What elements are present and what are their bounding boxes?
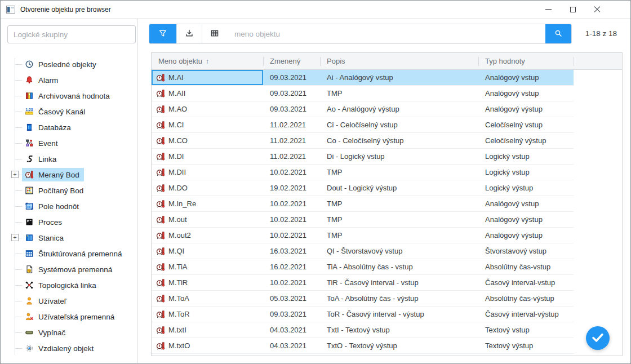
cell-object-name[interactable]: M.TiR	[152, 275, 263, 291]
table-row[interactable]: M.CI11.02.2021Ci - Celočíselný vstupCelo…	[152, 117, 622, 133]
tree-item-label: Event	[38, 139, 58, 148]
table-row[interactable]: M.out210.02.2021TMPAnalógový výstup	[152, 228, 622, 243]
expand-icon[interactable]	[11, 171, 19, 178]
object-name: M.AO	[168, 105, 187, 113]
expand-icon[interactable]	[11, 234, 19, 241]
table-body: M.AI09.03.2021Ai - Analógový vstupAnalóg…	[152, 70, 622, 354]
cell-modified-date: 09.03.2021	[263, 70, 320, 86]
cell-modified-date: 10.02.2021	[263, 196, 320, 212]
table-row[interactable]: M.AI09.03.2021Ai - Analógový vstupAnalóg…	[152, 70, 622, 86]
column-header[interactable]: Zmenený	[263, 53, 320, 69]
table-row[interactable]: M.ToR09.03.2021ToR - Časový interval - v…	[152, 307, 622, 322]
app-icon	[6, 6, 15, 14]
cell-filler	[574, 259, 622, 275]
confirm-button[interactable]	[586, 326, 610, 350]
table-row[interactable]: M.txtO04.03.2021TxtO - Textový výstupTex…	[152, 338, 622, 354]
tree-item-label: Databáza	[38, 123, 71, 132]
table-row[interactable]: M.TiA16.02.2021TiA - Absolútny čas - vst…	[152, 259, 622, 275]
cell-value-type: Analógový vstup	[478, 86, 574, 101]
cell-object-name[interactable]: M.out	[152, 212, 263, 228]
cell-value-type: Analógový vstup	[478, 70, 574, 86]
sidebar: Posledné objektyAlarmArchivovaná hodnota…	[1, 19, 137, 363]
cell-modified-date: 09.03.2021	[263, 101, 320, 117]
table-row[interactable]: M.DI11.02.2021Di - Logický vstupLogický …	[152, 149, 622, 165]
table-row[interactable]: M.AII09.03.2021TMPAnalógový vstup	[152, 86, 622, 101]
tree-item-archivovan-hodnota[interactable]: Archivovaná hodnota	[1, 88, 137, 104]
tree-item-syst-mov-premenn-[interactable]: Systémová premenná	[1, 261, 137, 277]
cell-object-name[interactable]: M.AO	[152, 101, 263, 117]
tree-item-topologick-linka[interactable]: Topologická linka	[1, 277, 137, 293]
table-row[interactable]: M.In_Re10.02.2021TMPAnalógový vstup	[152, 196, 622, 212]
cell-object-name[interactable]: M.AII	[152, 86, 263, 101]
tree-item-po-tan-bod[interactable]: Počítaný Bod	[1, 183, 137, 198]
column-header[interactable]: Meno objektu↑	[152, 53, 263, 69]
tree-item-proces[interactable]: Proces	[1, 214, 137, 230]
cell-description: TMP	[320, 212, 478, 228]
measured-point-icon	[156, 326, 165, 335]
tree-item-vyp-na-[interactable]: Vypínač	[1, 325, 137, 340]
object-name: M.txtI	[168, 326, 186, 334]
result-counter: 1-18 z 18	[585, 24, 617, 44]
cell-value-type: Absolútny čas-výstup	[478, 291, 574, 307]
table-row[interactable]: M.out10.02.2021TMPAnalógový výstup	[152, 212, 622, 228]
cell-object-name[interactable]: M.In_Re	[152, 196, 263, 212]
tree-item-posledn-objekty[interactable]: Posledné objekty	[1, 56, 137, 72]
cell-object-name[interactable]: M.out2	[152, 228, 263, 243]
column-header[interactable]: Popis	[320, 53, 478, 69]
table-row[interactable]: M.DII10.02.2021TMPLogický vstup	[152, 165, 622, 180]
minimize-button[interactable]	[536, 1, 561, 18]
tree-item-stanica[interactable]: Stanica	[1, 230, 137, 246]
cell-object-name[interactable]: M.TiA	[152, 259, 263, 275]
tree-item-u-vate-[interactable]: Užívateľ	[1, 293, 137, 309]
cell-filler	[574, 165, 622, 180]
cell-object-name[interactable]: M.AI	[152, 70, 263, 86]
table-row[interactable]: M.DO19.02.2021Dout - Logický výstupLogic…	[152, 180, 622, 196]
columns-button[interactable]	[202, 24, 227, 43]
logical-groups-input[interactable]	[7, 25, 136, 43]
tree-item-pole-hodn-t[interactable]: Pole hodnôt	[1, 198, 137, 214]
maximize-button[interactable]	[561, 1, 585, 18]
cell-object-name[interactable]: M.DI	[152, 149, 263, 165]
column-header[interactable]: Typ hodnoty	[478, 53, 574, 69]
measured-point-icon	[156, 247, 165, 256]
table-row[interactable]: M.AO09.03.2021Ao - Analógový výstupAnaló…	[152, 101, 622, 117]
cell-object-name[interactable]: M.ToR	[152, 307, 263, 322]
table-row[interactable]: M.CO11.02.2021Co - Celočíselný výstupCel…	[152, 133, 622, 149]
table-row[interactable]: M.txtI04.03.2021TxtI - Textový vstupText…	[152, 322, 622, 338]
table-row[interactable]: M.TiR10.02.2021TiR - Časový interval - v…	[152, 275, 622, 291]
table-header: Meno objektu↑ZmenenýPopisTyp hodnoty	[152, 53, 622, 70]
object-name-search-input[interactable]	[227, 24, 545, 43]
table-row[interactable]: M.QI16.03.2021QI - Štvorstavový vstupŠtv…	[152, 243, 622, 259]
cell-object-name[interactable]: M.CI	[152, 117, 263, 133]
cell-object-name[interactable]: M.DII	[152, 165, 263, 180]
cell-value-type: Časový interval-výstup	[478, 307, 574, 322]
search-button[interactable]	[545, 24, 571, 43]
database-icon	[24, 123, 34, 132]
cell-filler	[574, 117, 622, 133]
table-row[interactable]: M.ToA05.03.2021ToA - Absolútny čas - výs…	[152, 291, 622, 307]
filter-button[interactable]	[149, 24, 176, 43]
tree-item--asov-kan-l[interactable]: 1:23Časový Kanál	[1, 104, 137, 119]
cell-object-name[interactable]: M.ToA	[152, 291, 263, 307]
tree-item-vzdialen-objekt[interactable]: Vzdialený objekt	[1, 340, 137, 356]
measured-point-icon	[156, 105, 165, 114]
tree-item-linka[interactable]: Linka	[1, 151, 137, 167]
tree-item-datab-za[interactable]: Databáza	[1, 119, 137, 135]
cell-object-name[interactable]: M.txtO	[152, 338, 263, 354]
cell-description: Ai - Analógový vstup	[320, 70, 478, 86]
close-button[interactable]	[585, 1, 609, 18]
cell-object-name[interactable]: M.CO	[152, 133, 263, 149]
tree-item-label: Posledné objekty	[38, 60, 96, 69]
tree-item--trukt-rovan-premenn-[interactable]: Štruktúrovaná premenná	[1, 246, 137, 261]
tree-item-meran-bod[interactable]: Meraný Bod	[1, 167, 137, 183]
tree-item-alarm[interactable]: Alarm	[1, 72, 137, 88]
cell-object-name[interactable]: M.QI	[152, 243, 263, 259]
cell-object-name[interactable]: M.txtI	[152, 322, 263, 338]
export-button[interactable]	[176, 24, 202, 43]
tree-item-label: Časový Kanál	[38, 108, 85, 116]
cell-description: TMP	[320, 165, 478, 180]
tree-item-u-vate-sk-premenn-[interactable]: Užívateľská premenná	[1, 309, 137, 325]
link-icon	[24, 154, 34, 164]
tree-item-event[interactable]: Event	[1, 135, 137, 151]
cell-object-name[interactable]: M.DO	[152, 180, 263, 196]
